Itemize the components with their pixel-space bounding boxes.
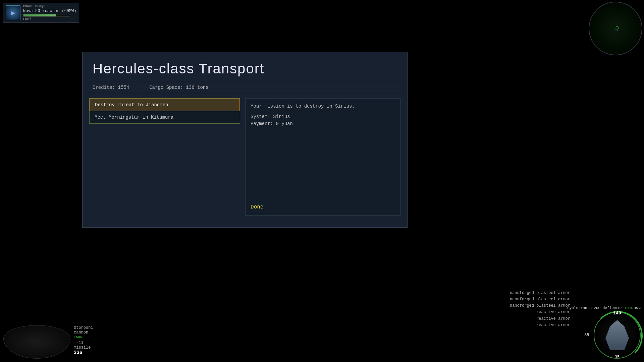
mission-list-panel: Destroy Threat to Jiangmen Meet Mornings… [89,98,240,216]
dialog-title: Hercules-class Transport [83,52,407,82]
weapon-info: Otoroshi cannon +60% T-11 missile 336 [74,325,94,355]
equipment-item-1: nanoforged plasteel armor [510,296,570,303]
minimap-dot [615,28,616,29]
ship-icon: ▶ [6,5,20,20]
ship-hud-circle: 140 35 35 35 [594,312,641,359]
main-dialog: Hercules-class Transport Credits: 1554 C… [82,52,408,228]
mission-system: System: Sirius [251,114,395,119]
mission-details-panel: Your mission is to destroy in Sirius. Sy… [245,98,400,216]
minimap-dot [618,27,619,28]
cyclotron-bonus: +20% [624,306,632,310]
hull-top-value: 140 [613,311,621,316]
power-bar [23,14,70,17]
missile-info: T-11 missile 336 [74,341,94,355]
mission-description: Your mission is to destroy in Sirius. [251,104,395,109]
mission-payment: Payment: 0 yuan [251,121,395,126]
fuel-label: Fuel [23,17,76,21]
power-hud: ▶ Power Usage Nova-50 reactor (60MW) Fue… [3,3,79,23]
missile-count: 336 [74,350,82,355]
done-button[interactable]: Done [251,204,263,210]
weapon-display: Otoroshi cannon +60% T-11 missile 336 [0,322,94,362]
equipment-item-2: nanoforged plasteel armor [510,303,570,309]
reactor-name: Nova-50 reactor (60MW) [23,9,76,13]
hull-bottom-value: 35 [615,355,620,360]
ship-hud: 140 35 35 35 [594,312,641,359]
minimap-dot-player [617,29,618,31]
power-bar-fill [23,14,56,16]
cyclotron-bar: Cyclotron S1200 deflector +20% 192 [567,306,641,310]
mission-list: Destroy Threat to Jiangmen Meet Mornings… [89,98,240,124]
cargo-display: Cargo Space: 136 tons [149,85,208,90]
cyclotron-label: Cyclotron S1200 deflector [567,306,623,310]
equipment-list: nanoforged plasteel armor nanoforged pla… [510,290,570,328]
minimap-dot [616,26,618,27]
weapon-circle [3,325,70,359]
mission-item-1[interactable]: Meet Morningstar in Kitamura [90,111,240,123]
equipment-item-3: reactive armor [510,309,570,315]
dialog-body: Destroy Threat to Jiangmen Meet Mornings… [83,93,407,221]
minimap [589,2,642,55]
cannon-name: Otoroshi cannon +60% [74,325,94,340]
credits-cargo: Credits: 1554 Cargo Space: 136 tons [83,82,407,93]
hull-left-value: 35 [584,333,589,338]
power-usage-label: Power Usage [23,4,76,8]
equipment-item-4: reactive armor [510,316,570,322]
cyclotron-value: 192 [634,306,641,310]
reactor-info: Power Usage Nova-50 reactor (60MW) Fuel [23,4,76,21]
credits-display: Credits: 1554 [93,85,129,90]
mission-item-0[interactable]: Destroy Threat to Jiangmen [90,99,240,111]
equipment-item-0: nanoforged plasteel armor [510,290,570,296]
equipment-item-5: reactive armor [510,322,570,328]
